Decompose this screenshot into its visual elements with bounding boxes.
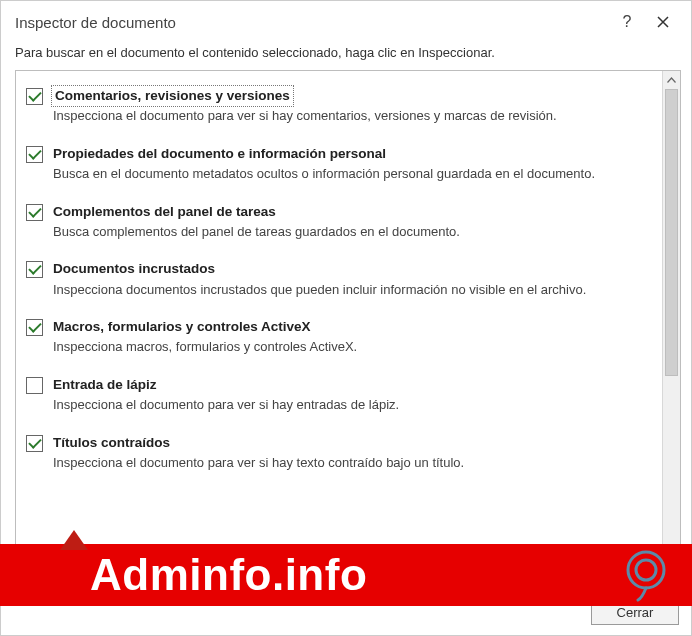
scrollbar[interactable] — [662, 71, 680, 586]
item-title[interactable]: Complementos del panel de tareas — [53, 203, 276, 221]
item-description: Inspecciona el documento para ver si hay… — [53, 454, 650, 472]
item-text: Macros, formularios y controles ActiveXI… — [53, 318, 654, 356]
watermark-text: Adminfo.info — [90, 550, 367, 600]
scroll-thumb[interactable] — [665, 89, 678, 376]
item-description: Inspecciona el documento para ver si hay… — [53, 107, 650, 125]
item-checkbox[interactable] — [26, 204, 43, 221]
scroll-up-icon[interactable] — [663, 71, 680, 89]
item-description: Inspecciona documentos incrustados que p… — [53, 281, 650, 299]
instruction-text: Para buscar en el documento el contenido… — [1, 39, 691, 70]
dialog-title: Inspector de documento — [15, 14, 609, 31]
item-text: Entrada de lápizInspecciona el documento… — [53, 376, 654, 414]
inspection-items-container: Comentarios, revisiones y versionesInspe… — [16, 71, 662, 586]
item-description: Busca en el documento metadatos ocultos … — [53, 165, 650, 183]
item-checkbox[interactable] — [26, 435, 43, 452]
inspection-item: Comentarios, revisiones y versionesInspe… — [26, 81, 654, 139]
inspection-item: Títulos contraídosInspecciona el documen… — [26, 428, 654, 486]
inspection-item: Macros, formularios y controles ActiveXI… — [26, 312, 654, 370]
item-title[interactable]: Documentos incrustados — [53, 260, 215, 278]
svg-point-0 — [628, 552, 664, 588]
item-title[interactable]: Macros, formularios y controles ActiveX — [53, 318, 311, 336]
item-text: Propiedades del documento e información … — [53, 145, 654, 183]
item-text: Comentarios, revisiones y versionesInspe… — [53, 87, 654, 125]
close-icon[interactable] — [645, 7, 681, 37]
item-checkbox[interactable] — [26, 88, 43, 105]
item-checkbox[interactable] — [26, 261, 43, 278]
item-title[interactable]: Propiedades del documento e información … — [53, 145, 386, 163]
help-button[interactable]: ? — [609, 7, 645, 37]
watermark-logo-icon — [618, 546, 674, 602]
inspection-item: Propiedades del documento e información … — [26, 139, 654, 197]
inspection-item: Complementos del panel de tareasBusca co… — [26, 197, 654, 255]
item-text: Complementos del panel de tareasBusca co… — [53, 203, 654, 241]
item-description: Busca complementos del panel de tareas g… — [53, 223, 650, 241]
item-checkbox[interactable] — [26, 319, 43, 336]
item-title[interactable]: Comentarios, revisiones y versiones — [53, 87, 292, 105]
document-inspector-dialog: Inspector de documento ? Para buscar en … — [0, 0, 692, 636]
watermark-banner: Adminfo.info — [0, 544, 692, 606]
inspection-item: Documentos incrustadosInspecciona docume… — [26, 254, 654, 312]
scroll-track[interactable] — [663, 89, 680, 568]
svg-point-1 — [636, 560, 656, 580]
inspection-item: Entrada de lápizInspecciona el documento… — [26, 370, 654, 428]
item-checkbox[interactable] — [26, 146, 43, 163]
item-title[interactable]: Títulos contraídos — [53, 434, 170, 452]
item-description: Inspecciona el documento para ver si hay… — [53, 396, 650, 414]
item-text: Títulos contraídosInspecciona el documen… — [53, 434, 654, 472]
item-text: Documentos incrustadosInspecciona docume… — [53, 260, 654, 298]
item-description: Inspecciona macros, formularios y contro… — [53, 338, 650, 356]
item-checkbox[interactable] — [26, 377, 43, 394]
inspection-list: Comentarios, revisiones y versionesInspe… — [15, 70, 681, 587]
item-title[interactable]: Entrada de lápiz — [53, 376, 157, 394]
titlebar: Inspector de documento ? — [1, 1, 691, 39]
